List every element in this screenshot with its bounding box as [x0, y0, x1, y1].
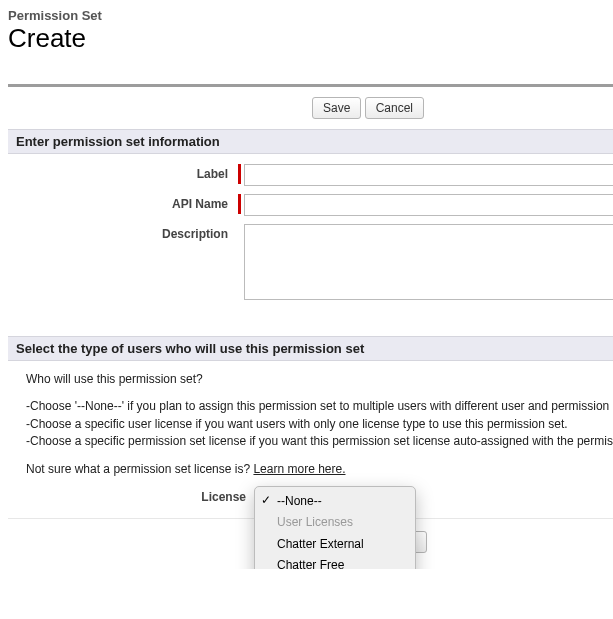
page-title: Create: [8, 23, 613, 54]
license-option[interactable]: --None--: [255, 491, 415, 512]
license-dropdown-menu[interactable]: --None--User LicensesChatter ExternalCha…: [254, 486, 416, 569]
breadcrumb: Permission Set: [8, 8, 613, 23]
label-input[interactable]: [244, 164, 613, 186]
license-option[interactable]: Chatter External: [255, 534, 415, 555]
section-header-users: Select the type of users who will use th…: [8, 336, 613, 361]
lead-question: Who will use this permission set?: [26, 371, 613, 388]
cancel-button[interactable]: Cancel: [365, 97, 424, 119]
apiname-field-label: API Name: [8, 194, 238, 214]
section-header-info: Enter permission set information: [8, 129, 613, 154]
required-indicator: [238, 164, 241, 184]
license-field-label: License: [26, 488, 256, 506]
bullet-line: -Choose '--None--' if you plan to assign…: [26, 398, 613, 415]
save-button[interactable]: Save: [312, 97, 361, 119]
apiname-input[interactable]: [244, 194, 613, 216]
learn-more-link[interactable]: Learn more here.: [253, 462, 345, 476]
bullet-line: -Choose a specific user license if you w…: [26, 416, 613, 433]
license-option[interactable]: Chatter Free: [255, 555, 415, 569]
bullet-line: -Choose a specific permission set licens…: [26, 433, 613, 450]
label-field-label: Label: [8, 164, 238, 184]
hint-text: Not sure what a permission set license i…: [26, 462, 253, 476]
top-toolbar: Save Cancel: [8, 87, 613, 129]
required-indicator: [238, 194, 241, 214]
form-panel: Save Cancel Enter permission set informa…: [8, 84, 613, 569]
description-field-label: Description: [8, 224, 238, 244]
description-textarea[interactable]: [244, 224, 613, 300]
license-option-group: User Licenses: [255, 512, 415, 533]
